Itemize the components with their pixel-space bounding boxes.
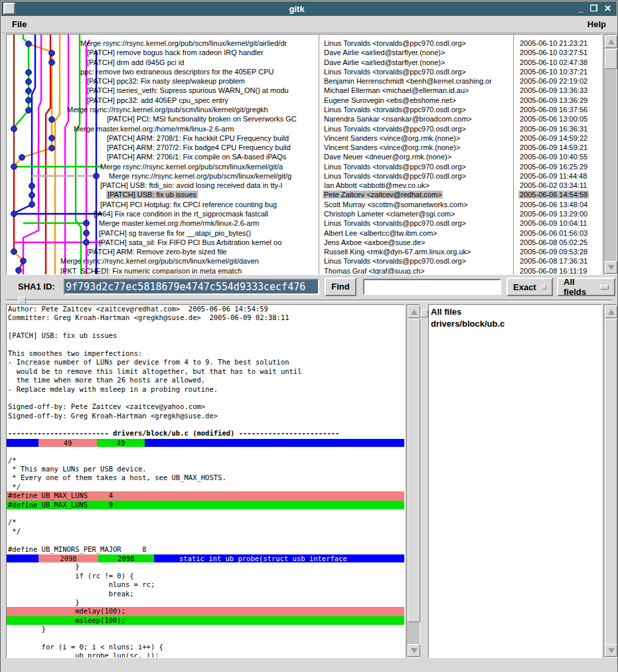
commit-row-date[interactable]: 2005-06-09 16:37:56 <box>518 105 589 114</box>
file-list-scrollbar[interactable] <box>603 304 617 658</box>
commit-row-date[interactable]: 2005-06-06 13:48:04 <box>518 200 589 209</box>
commit-row-author[interactable]: Linus Torvalds <torvalds@ppc970.osdl.org… <box>323 67 467 76</box>
window-menu-icon[interactable] <box>3 3 15 15</box>
scroll-down-icon[interactable] <box>605 261 617 274</box>
commit-row-date[interactable]: 2005-06-09 16:25:29 <box>518 162 589 171</box>
commit-row-subject[interactable]: [PATCH] sata_sil: Fix FIFO PCI Bus Arbit… <box>98 238 283 247</box>
commit-row-author[interactable]: Thomas Graf <tgraf@suug.ch> <box>323 266 426 274</box>
vertical-sash[interactable] <box>422 304 427 658</box>
commit-row-subject[interactable]: Merge master.kernel.org:/home/rmk/linux-… <box>72 124 235 133</box>
commit-row-date[interactable]: 2005-06-10 02:47:38 <box>518 58 589 67</box>
commit-row-author[interactable]: Benjamin Herrenschmidt <benh@kernel.cras… <box>323 76 493 86</box>
commit-row-subject[interactable]: Merge rsync://rsync.kernel.org/pub/scm/l… <box>79 39 288 48</box>
commit-row-subject[interactable]: [PATCH] ARM: Remove zero-byte sized file <box>86 247 228 256</box>
scrollbar-thumb[interactable] <box>408 319 420 622</box>
commit-row-date[interactable]: 2005-06-09 22:19:02 <box>518 76 589 86</box>
menu-file[interactable]: File <box>12 19 27 29</box>
commit-row-date[interactable]: 2005-06-09 10:40:55 <box>518 152 589 161</box>
commit-row-date[interactable]: 2005-06-08 17:36:31 <box>518 256 589 266</box>
commit-row-date[interactable]: 2005-06-09 16:36:31 <box>518 124 589 133</box>
commit-row-subject[interactable]: [PATCH] iseries_veth: Supress spurious W… <box>86 86 290 95</box>
commit-list-scrollbar[interactable] <box>603 34 617 275</box>
commit-row-date[interactable]: 2005-06-09 13:36:33 <box>518 86 589 95</box>
commit-row-subject[interactable]: [PATCH] ppc32: Fix nasty sleep/wakeup pr… <box>86 76 246 86</box>
commit-row-author[interactable]: Linus Torvalds <torvalds@ppc970.osdl.org… <box>323 218 467 228</box>
commit-row-subject[interactable]: [PATCH] ARM: 2707/2: Fix badge4 CPU Freq… <box>106 143 292 152</box>
file-list-item[interactable]: All files <box>431 306 601 318</box>
commit-row-subject[interactable]: [PATCH] PCI Hotplug: fix CPCI reference … <box>99 200 278 209</box>
commit-list[interactable]: Merge rsync://rsync.kernel.org/pub/scm/l… <box>6 34 602 275</box>
commit-row-author[interactable]: Russell King <rmk@dyn-67.arm.linux.org.u… <box>323 247 472 256</box>
search-input[interactable] <box>363 279 501 295</box>
scrollbar-thumb[interactable] <box>605 49 617 69</box>
commit-row-subject[interactable]: [PATCH] ARM: 2708/1: Fix hackkit CPU Fre… <box>106 133 290 143</box>
commit-row-subject[interactable]: [IA64] Fix race condition in the rt_sigp… <box>92 209 270 218</box>
commit-row-subject[interactable]: [PATCH] ppc32: add 405EP cpu_spec entry <box>86 96 230 105</box>
close-button[interactable]: ✕ <box>604 3 611 15</box>
commit-row-author[interactable]: Linus Torvalds <torvalds@ppc970.osdl.org… <box>323 124 467 133</box>
find-button[interactable]: Find <box>325 278 356 296</box>
commit-row-date[interactable]: 2005-06-09 14:59:22 <box>518 133 589 143</box>
commit-row-author[interactable]: Eugene Surovegin <ebs@ebshome.net> <box>323 96 457 105</box>
commit-row-author[interactable]: Linus Torvalds <torvalds@ppc970.osdl.org… <box>323 171 467 181</box>
commit-detail-pane[interactable]: Author: Pete Zaitcev <zaitcev@redhat.com… <box>6 304 405 658</box>
scroll-down-icon[interactable] <box>408 644 420 657</box>
commit-row-date[interactable]: 2005-06-09 10:04:11 <box>518 218 588 228</box>
commit-row-subject[interactable]: [PATCH] USB: fix ub issues <box>106 190 198 199</box>
commit-row-author[interactable]: Christoph Lameter <clameter@sgi.com> <box>323 209 457 218</box>
commit-row-author[interactable]: Pete Zaitcev <zaitcev@redhat.com> <box>323 190 443 199</box>
commit-row-date[interactable]: 2005-06-09 14:59:21 <box>518 143 589 152</box>
commit-row-subject[interactable]: Merge rsync://rsync.kernel.org/pub/scm/l… <box>108 171 293 181</box>
commit-row-date[interactable]: 2005-06-06 14:54:59 <box>518 190 589 199</box>
commit-row-date[interactable]: 2005-06-08 16:11:19 <box>518 266 588 274</box>
scroll-up-icon[interactable] <box>408 305 420 318</box>
commit-row-author[interactable]: Scott Murray <scottm@somanetworks.com> <box>323 200 469 209</box>
commit-row-subject[interactable]: [PATCH] remove bogus hack from radeon IR… <box>86 48 265 57</box>
commit-row-author[interactable]: Jens Axboe <axboe@suse.de> <box>323 238 426 247</box>
commit-row-date[interactable]: 2005-06-10 21:23:21 <box>518 39 589 48</box>
commit-row-date[interactable]: 2005-06-06 01:56:03 <box>518 228 589 238</box>
commit-row-author[interactable]: Linus Torvalds <torvalds@ppc970.osdl.org… <box>323 256 467 266</box>
commit-row-subject[interactable]: Merge master.kernel.org:/home/rmk/linux-… <box>98 218 260 228</box>
scroll-up-icon[interactable] <box>605 35 617 48</box>
commit-row-author[interactable]: Linus Torvalds <torvalds@ppc970.osdl.org… <box>323 162 467 171</box>
commit-row-author[interactable]: Albert Lee <albertcc@tw.ibm.com> <box>323 228 439 238</box>
commit-row-subject[interactable]: Merge rsync://rsync.kernel.org/pub/scm/l… <box>99 162 284 171</box>
column-divider[interactable] <box>319 35 320 274</box>
sash-handle[interactable] <box>421 309 428 317</box>
commit-row-author[interactable]: Dave Airlie <airlied@starflyer.(none)> <box>323 48 446 57</box>
commit-row-subject[interactable]: [PKT_SCHED]: Fix numeric comparison in m… <box>59 266 243 274</box>
file-list-pane[interactable]: All filesdrivers/block/ub.c <box>428 304 602 658</box>
search-fields-dropdown[interactable]: All fields <box>557 278 615 296</box>
minimize-button[interactable]: _ <box>578 3 583 15</box>
commit-row-date[interactable]: 2005-06-09 13:29:00 <box>518 209 589 218</box>
commit-row-date[interactable]: 2005-06-10 03:27:51 <box>518 48 589 57</box>
commit-row-author[interactable]: Dave Airlie <airlied@starflyer.(none)> <box>323 58 446 67</box>
commit-row-author[interactable]: Narendra Sankar <nsankar@broadcom.com> <box>323 114 473 124</box>
commit-row-author[interactable]: Vincent Sanders <vince@org.rmk.(none)> <box>323 143 461 152</box>
detail-scrollbar[interactable] <box>406 304 420 658</box>
commit-row-subject[interactable]: Merge rsync://rsync.kernel.org/pub/scm/l… <box>66 105 270 114</box>
commit-row-date[interactable]: 2005-06-09 13:36:29 <box>518 96 589 105</box>
commit-row-date[interactable]: 2005-06-09 09:53:28 <box>518 247 589 256</box>
commit-row-subject[interactable]: [PATCH] PCI: MSI functionality broken on… <box>106 114 298 124</box>
commit-row-date[interactable]: 2005-06-02 03:34:11 <box>518 181 588 190</box>
sha1-entry[interactable]: 9f793d2c77ec5818679e4747c554d9333cecf476 <box>64 279 319 295</box>
commit-row-subject[interactable]: [PATCH] sg traverse fix for __atapi_pio_… <box>98 228 252 238</box>
scrollbar-thumb[interactable] <box>605 319 617 645</box>
maximize-button[interactable]: ❒ <box>589 3 597 15</box>
commit-row-subject[interactable]: [PATCH] ARM: 2706/1: Fix compile on SA-b… <box>106 152 287 161</box>
commit-row-date[interactable]: 2005-06-09 11:44:48 <box>518 171 588 181</box>
file-list-item[interactable]: drivers/block/ub.c <box>431 318 601 330</box>
scroll-up-icon[interactable] <box>605 305 617 318</box>
commit-row-author[interactable]: Michael Ellerman <michael@ellerman.id.au… <box>323 86 470 95</box>
commit-row-subject[interactable]: [PATCH] USB: ftdi_sio: avoid losing rece… <box>99 181 283 190</box>
commit-row-date[interactable]: 2005-05-06 13:00:05 <box>518 114 589 124</box>
commit-row-subject[interactable]: ppc: remove two extraneous descriptors f… <box>79 67 275 76</box>
commit-row-author[interactable]: Linus Torvalds <torvalds@ppc970.osdl.org… <box>323 39 467 48</box>
commit-row-author[interactable]: Vincent Sanders <vince@org.rmk.(none)> <box>323 133 461 143</box>
commit-row-author[interactable]: Linus Torvalds <torvalds@ppc970.osdl.org… <box>323 105 467 114</box>
commit-row-date[interactable]: 2005-06-10 10:37:21 <box>518 67 589 76</box>
horizontal-sash[interactable] <box>6 299 612 301</box>
menu-help[interactable]: Help <box>587 19 606 29</box>
